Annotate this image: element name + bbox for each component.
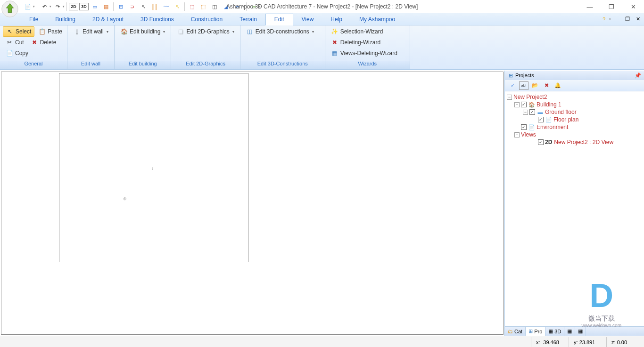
menu-view[interactable]: View — [293, 13, 322, 25]
qat-tool2-icon[interactable]: ⬚ — [198, 1, 208, 12]
qat-tool3-icon[interactable]: ◫ — [209, 1, 220, 12]
mdi-close-button[interactable]: ✕ — [634, 16, 642, 23]
qat-tool1-icon[interactable]: ⬚ — [187, 1, 197, 12]
folder-icon: 🗂 — [508, 329, 513, 334]
views-deleting-wizard-button[interactable]: ▦Views-Deleting-Wizard — [328, 48, 400, 58]
menu-construction[interactable]: Construction — [182, 13, 231, 25]
help-icon[interactable]: ? — [600, 16, 608, 23]
menu-edit[interactable]: Edit — [265, 14, 293, 25]
tree-building[interactable]: − 🏠 Building 1 — [506, 101, 643, 108]
panel-tabs: 🗂Cat ⊞Pro ▦3D ▦ ▦ — [505, 326, 644, 336]
edit-3d-constructions-button[interactable]: ◫Edit 3D-constructions▾ — [243, 26, 317, 37]
qat-3d-button[interactable]: 3D — [79, 3, 89, 10]
select-button[interactable]: ↖Select — [3, 26, 34, 37]
qat-lines-icon[interactable]: ║║ — [149, 1, 160, 12]
ribbon-group-label: Edit 2D-Graphics — [171, 61, 239, 69]
chevron-down-icon: ▾ — [312, 30, 314, 34]
qat-2d-button[interactable]: 2D — [69, 3, 78, 10]
document-icon: 📄 — [528, 124, 536, 130]
toolbar-folder-icon[interactable]: 📂 — [530, 81, 540, 90]
qat-wave-icon[interactable]: 〰 — [161, 1, 171, 12]
mdi-minimize-button[interactable]: — — [613, 16, 621, 23]
document-icon: 📄 — [545, 116, 553, 123]
ribbon-group-label: Edit wall — [67, 61, 114, 69]
tree-root[interactable]: − New Project2 — [506, 93, 643, 101]
title-bar: 📄▾ ↶▾ ↷▾ 2D 3D ▭ ▦ ⊞ ⊃ ↖ ║║ 〰 ↖ ⬚ ⬚ ◫ ◢ … — [0, 0, 644, 13]
edit-2d-graphics-button[interactable]: ⬚Edit 2D-Graphics▾ — [174, 26, 237, 37]
grid-icon: ▦ — [567, 328, 572, 334]
qat-new-icon[interactable]: 📄 — [23, 1, 33, 12]
projects-icon: ⊞ — [507, 72, 514, 79]
collapse-icon[interactable]: − — [507, 95, 512, 100]
tab-pro[interactable]: ⊞Pro — [526, 327, 545, 336]
chevron-down-icon: ▾ — [107, 30, 108, 34]
qat-arrow2-icon[interactable]: ↖ — [172, 1, 182, 12]
tree-plan[interactable]: 📄 Floor plan — [506, 116, 643, 123]
checkbox[interactable] — [538, 139, 544, 145]
qat-redo-icon[interactable]: ↷ — [52, 1, 63, 12]
menu-building[interactable]: Building — [47, 13, 84, 25]
qat-undo-icon[interactable]: ↶ — [39, 1, 50, 12]
views-icon: ▦ — [331, 49, 339, 57]
menu-3dfunctions[interactable]: 3D Functions — [132, 13, 182, 25]
tab-extra2[interactable]: ▦ — [575, 327, 586, 336]
menu-help[interactable]: Help — [322, 13, 351, 25]
origin-marker: ⊕ — [123, 196, 127, 201]
ribbon-group-wizards: ✨Selection-Wizard ✖Deleting-Wizard ▦View… — [325, 25, 410, 69]
canvas-2d-view[interactable]: ↓ ⊕ — [1, 72, 504, 335]
toolbar-delete-icon[interactable]: ✖ — [542, 81, 551, 90]
close-button[interactable]: ✕ — [622, 0, 644, 13]
menu-myashampoo[interactable]: My Ashampoo — [351, 13, 404, 25]
checkbox[interactable] — [521, 124, 527, 130]
tree-environment[interactable]: 📄 Environment — [506, 123, 643, 131]
collapse-icon[interactable]: − — [523, 110, 528, 115]
drawing-boundary — [59, 73, 248, 262]
app-icon[interactable] — [1, 0, 20, 19]
ribbon-group-label: Edit 3D-Constructions — [240, 61, 325, 69]
tree-view-2d[interactable]: 2D New Project2 : 2D View — [506, 138, 643, 146]
status-z: z: 0.00 — [606, 337, 644, 347]
cube-icon: ◫ — [246, 28, 254, 35]
checkbox[interactable] — [529, 109, 535, 115]
delete-button[interactable]: ✖Delete — [28, 37, 59, 48]
ribbon-group-label: General — [0, 61, 67, 69]
qat-magnet-icon[interactable]: ⊃ — [127, 1, 137, 12]
floor-icon: ▬ — [537, 109, 544, 115]
mdi-restore-button[interactable]: ❐ — [623, 16, 632, 23]
tab-extra1[interactable]: ▦ — [564, 327, 575, 336]
ribbon-group-edit3d: ◫Edit 3D-constructions▾ Edit 3D-Construc… — [240, 25, 325, 69]
tab-cat[interactable]: 🗂Cat — [505, 327, 526, 336]
ribbon-group-editwall: ▯Edit wall▾ Edit wall — [67, 25, 115, 69]
tab-3d[interactable]: ▦3D — [545, 327, 564, 336]
panel-title-label: Projects — [515, 73, 534, 78]
qat-compare-icon[interactable]: ⊞ — [116, 1, 126, 12]
collapse-icon[interactable]: − — [514, 132, 520, 137]
menu-terrain[interactable]: Terrain — [231, 13, 265, 25]
toolbar-bell-icon[interactable]: 🔔 — [553, 81, 562, 90]
minimize-button[interactable]: — — [579, 0, 601, 13]
deleting-wizard-button[interactable]: ✖Deleting-Wizard — [328, 37, 400, 48]
checkbox[interactable] — [538, 117, 544, 122]
toolbar-check-icon[interactable]: ✓ — [508, 81, 517, 90]
menu-bar: File Building 2D & Layout 3D Functions C… — [0, 13, 644, 25]
menu-file[interactable]: File — [21, 13, 47, 25]
maximize-button[interactable]: ❐ — [601, 0, 622, 13]
menu-2dlayout[interactable]: 2D & Layout — [84, 13, 132, 25]
toolbar-abl-icon[interactable]: abl — [519, 81, 528, 90]
qat-row-icon[interactable]: ▭ — [90, 1, 100, 12]
tree-floor[interactable]: − ▬ Ground floor — [506, 108, 643, 116]
qat-cursor-icon[interactable]: ↖ — [138, 1, 149, 12]
ribbon-group-editbuilding: 🏠Edit building▾ Edit building — [115, 25, 171, 69]
tree-views[interactable]: − Views — [506, 131, 643, 138]
edit-building-button[interactable]: 🏠Edit building▾ — [117, 26, 168, 37]
copy-button[interactable]: 📄Copy — [3, 48, 31, 58]
cut-button[interactable]: ✂Cut — [3, 37, 27, 48]
collapse-icon[interactable]: − — [514, 102, 520, 107]
selection-wizard-button[interactable]: ✨Selection-Wizard — [328, 26, 400, 37]
paste-button[interactable]: 📋Paste — [35, 26, 65, 37]
ribbon-group-label: Edit building — [115, 61, 171, 69]
edit-wall-button[interactable]: ▯Edit wall▾ — [70, 26, 111, 37]
qat-grid-icon[interactable]: ▦ — [101, 1, 111, 12]
checkbox[interactable] — [521, 102, 527, 107]
pin-icon[interactable]: 📌 — [634, 72, 642, 79]
